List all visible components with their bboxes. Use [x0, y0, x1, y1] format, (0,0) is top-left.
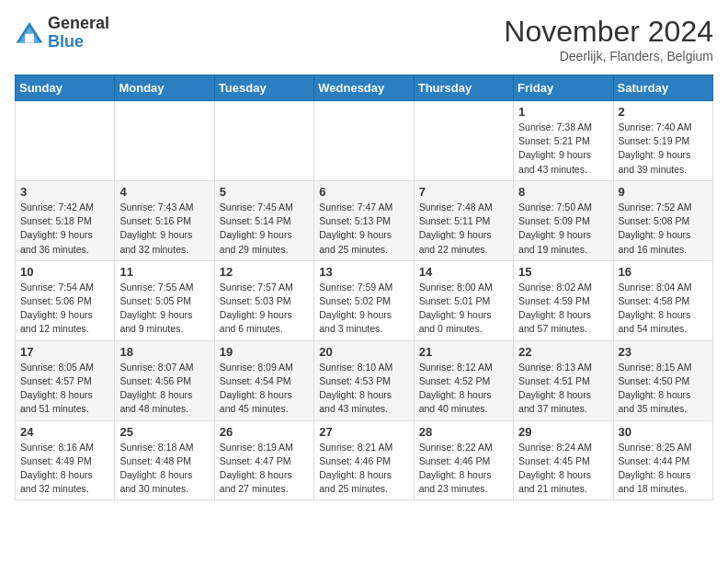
day-info: Sunrise: 8:13 AMSunset: 4:51 PMDaylight:…	[518, 361, 608, 417]
calendar-cell: 4Sunrise: 7:43 AMSunset: 5:16 PMDaylight…	[115, 180, 214, 260]
calendar-cell	[16, 101, 115, 181]
col-header-sunday: Sunday	[16, 75, 115, 101]
day-info: Sunrise: 8:18 AMSunset: 4:48 PMDaylight:…	[119, 441, 209, 497]
calendar-cell: 21Sunrise: 8:12 AMSunset: 4:52 PMDayligh…	[414, 340, 513, 420]
calendar-cell: 28Sunrise: 8:22 AMSunset: 4:46 PMDayligh…	[414, 420, 513, 500]
calendar-cell: 13Sunrise: 7:59 AMSunset: 5:02 PMDayligh…	[314, 260, 414, 340]
day-number: 18	[119, 345, 209, 359]
header-row: SundayMondayTuesdayWednesdayThursdayFrid…	[16, 75, 713, 101]
day-info: Sunrise: 8:02 AMSunset: 4:59 PMDaylight:…	[518, 281, 608, 337]
calendar-cell: 5Sunrise: 7:45 AMSunset: 5:14 PMDaylight…	[214, 180, 313, 260]
calendar-cell: 26Sunrise: 8:19 AMSunset: 4:47 PMDayligh…	[214, 420, 313, 500]
day-info: Sunrise: 7:40 AMSunset: 5:19 PMDaylight:…	[619, 121, 708, 177]
day-info: Sunrise: 8:12 AMSunset: 4:52 PMDaylight:…	[419, 361, 508, 417]
day-info: Sunrise: 8:04 AMSunset: 4:58 PMDaylight:…	[619, 281, 708, 337]
day-info: Sunrise: 7:50 AMSunset: 5:09 PMDaylight:…	[518, 201, 608, 257]
day-number: 5	[220, 185, 309, 199]
calendar-cell: 30Sunrise: 8:25 AMSunset: 4:44 PMDayligh…	[613, 420, 712, 500]
logo-icon	[15, 20, 44, 46]
day-info: Sunrise: 7:47 AMSunset: 5:13 PMDaylight:…	[319, 201, 408, 257]
calendar-cell: 27Sunrise: 8:21 AMSunset: 4:46 PMDayligh…	[314, 420, 414, 500]
day-number: 22	[518, 345, 608, 359]
calendar-cell: 19Sunrise: 8:09 AMSunset: 4:54 PMDayligh…	[214, 340, 313, 420]
day-info: Sunrise: 8:25 AMSunset: 4:44 PMDaylight:…	[619, 441, 708, 497]
day-info: Sunrise: 8:09 AMSunset: 4:54 PMDaylight:…	[220, 361, 309, 417]
calendar-cell: 9Sunrise: 7:52 AMSunset: 5:08 PMDaylight…	[613, 180, 712, 260]
day-number: 3	[20, 185, 109, 199]
day-number: 15	[518, 265, 608, 279]
col-header-tuesday: Tuesday	[214, 75, 313, 101]
svg-rect-2	[25, 34, 34, 43]
day-number: 25	[119, 425, 209, 439]
day-number: 16	[619, 265, 708, 279]
day-number: 19	[220, 345, 309, 359]
day-number: 12	[220, 265, 309, 279]
week-row-3: 10Sunrise: 7:54 AMSunset: 5:06 PMDayligh…	[16, 260, 713, 340]
calendar-cell: 17Sunrise: 8:05 AMSunset: 4:57 PMDayligh…	[16, 340, 115, 420]
calendar-cell: 16Sunrise: 8:04 AMSunset: 4:58 PMDayligh…	[613, 260, 712, 340]
day-info: Sunrise: 8:19 AMSunset: 4:47 PMDaylight:…	[220, 441, 309, 497]
day-number: 21	[419, 345, 508, 359]
day-number: 11	[119, 265, 209, 279]
calendar-cell: 10Sunrise: 7:54 AMSunset: 5:06 PMDayligh…	[16, 260, 115, 340]
day-number: 28	[419, 425, 508, 439]
header: General Blue November 2024 Deerlijk, Fla…	[15, 15, 713, 63]
col-header-saturday: Saturday	[613, 75, 712, 101]
day-number: 2	[619, 105, 708, 119]
day-info: Sunrise: 8:07 AMSunset: 4:56 PMDaylight:…	[119, 361, 209, 417]
calendar-cell: 2Sunrise: 7:40 AMSunset: 5:19 PMDaylight…	[613, 101, 712, 181]
day-number: 8	[518, 185, 608, 199]
col-header-wednesday: Wednesday	[314, 75, 414, 101]
col-header-friday: Friday	[514, 75, 613, 101]
day-number: 23	[619, 345, 708, 359]
calendar-cell: 15Sunrise: 8:02 AMSunset: 4:59 PMDayligh…	[514, 260, 613, 340]
calendar-table: SundayMondayTuesdayWednesdayThursdayFrid…	[15, 75, 713, 500]
day-number: 4	[119, 185, 209, 199]
col-header-thursday: Thursday	[414, 75, 513, 101]
calendar-cell	[414, 101, 513, 181]
week-row-4: 17Sunrise: 8:05 AMSunset: 4:57 PMDayligh…	[16, 340, 713, 420]
day-number: 6	[319, 185, 408, 199]
day-number: 24	[20, 425, 109, 439]
calendar-cell	[115, 101, 214, 181]
day-number: 14	[419, 265, 508, 279]
calendar-cell: 11Sunrise: 7:55 AMSunset: 5:05 PMDayligh…	[115, 260, 214, 340]
location: Deerlijk, Flanders, Belgium	[504, 49, 713, 63]
day-number: 26	[220, 425, 309, 439]
col-header-monday: Monday	[115, 75, 214, 101]
calendar-cell: 8Sunrise: 7:50 AMSunset: 5:09 PMDaylight…	[514, 180, 613, 260]
week-row-5: 24Sunrise: 8:16 AMSunset: 4:49 PMDayligh…	[16, 420, 713, 500]
day-info: Sunrise: 7:57 AMSunset: 5:03 PMDaylight:…	[220, 281, 309, 337]
logo-general-text: General	[48, 15, 109, 33]
calendar-cell: 22Sunrise: 8:13 AMSunset: 4:51 PMDayligh…	[514, 340, 613, 420]
calendar-cell	[214, 101, 313, 181]
day-info: Sunrise: 8:10 AMSunset: 4:53 PMDaylight:…	[319, 361, 408, 417]
day-info: Sunrise: 8:05 AMSunset: 4:57 PMDaylight:…	[20, 361, 109, 417]
week-row-2: 3Sunrise: 7:42 AMSunset: 5:18 PMDaylight…	[16, 180, 713, 260]
day-number: 30	[619, 425, 708, 439]
month-title: November 2024	[504, 15, 713, 49]
day-number: 10	[20, 265, 109, 279]
day-info: Sunrise: 7:54 AMSunset: 5:06 PMDaylight:…	[20, 281, 109, 337]
day-number: 13	[319, 265, 408, 279]
calendar-cell: 23Sunrise: 8:15 AMSunset: 4:50 PMDayligh…	[613, 340, 712, 420]
day-info: Sunrise: 8:16 AMSunset: 4:49 PMDaylight:…	[20, 441, 109, 497]
day-info: Sunrise: 7:48 AMSunset: 5:11 PMDaylight:…	[419, 201, 508, 257]
day-info: Sunrise: 7:38 AMSunset: 5:21 PMDaylight:…	[518, 121, 608, 177]
day-info: Sunrise: 7:43 AMSunset: 5:16 PMDaylight:…	[119, 201, 209, 257]
day-number: 17	[20, 345, 109, 359]
title-area: November 2024 Deerlijk, Flanders, Belgiu…	[504, 15, 713, 63]
day-info: Sunrise: 7:45 AMSunset: 5:14 PMDaylight:…	[220, 201, 309, 257]
calendar-cell: 24Sunrise: 8:16 AMSunset: 4:49 PMDayligh…	[16, 420, 115, 500]
calendar-cell: 12Sunrise: 7:57 AMSunset: 5:03 PMDayligh…	[214, 260, 313, 340]
day-info: Sunrise: 8:00 AMSunset: 5:01 PMDaylight:…	[419, 281, 508, 337]
day-info: Sunrise: 7:42 AMSunset: 5:18 PMDaylight:…	[20, 201, 109, 257]
day-info: Sunrise: 7:52 AMSunset: 5:08 PMDaylight:…	[619, 201, 708, 257]
day-info: Sunrise: 8:24 AMSunset: 4:45 PMDaylight:…	[518, 441, 608, 497]
day-info: Sunrise: 8:15 AMSunset: 4:50 PMDaylight:…	[619, 361, 708, 417]
day-number: 9	[619, 185, 708, 199]
day-info: Sunrise: 7:59 AMSunset: 5:02 PMDaylight:…	[319, 281, 408, 337]
calendar-cell: 29Sunrise: 8:24 AMSunset: 4:45 PMDayligh…	[514, 420, 613, 500]
calendar-cell: 14Sunrise: 8:00 AMSunset: 5:01 PMDayligh…	[414, 260, 513, 340]
logo-text: General Blue	[48, 15, 109, 52]
